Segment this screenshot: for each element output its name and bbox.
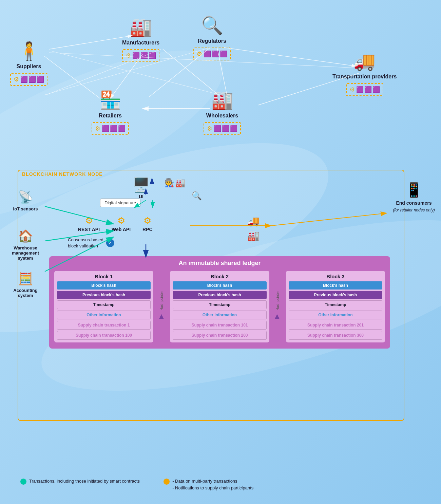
transportation-icon: 🚚 [353, 51, 376, 72]
gear-icon: ⚙ [14, 76, 19, 83]
truck-icon-inner: 🚚 [248, 216, 260, 227]
hash-pointer-1: Hash pointer ◄ [153, 271, 170, 321]
gear-icon6: ⚙ [207, 125, 212, 132]
warehouse-icon-inner: 🏭 [248, 230, 260, 241]
blockchain-section-title: BLOCKCHAIN NETWORK NODE [22, 171, 103, 177]
phone-icon: 📱 [405, 182, 423, 198]
block-1-tx1: Supply chain transaction 1 [57, 321, 151, 330]
rpc-label: RPC [142, 227, 153, 232]
manufacturers-node-box: ⚙ 🟪 🟪 🟪 [122, 49, 159, 62]
manufacturers-icon: 🏭 [130, 17, 152, 38]
block-1-other: Other information [57, 311, 151, 319]
end-consumer-label: End consumers [396, 200, 432, 206]
people-row: 🧑‍🏭 🏭 [165, 178, 186, 188]
ui-section: 🖥️ UI [132, 176, 150, 199]
regulators-label: Regulators [198, 38, 226, 44]
web-api-label: Web API [112, 227, 131, 232]
suppliers-node-box: ⚙ 🟪 🟪 🟪 [10, 73, 47, 86]
block-3-timestamp: Timestamp [289, 300, 382, 309]
web-api: ⚙ Web API [112, 216, 131, 232]
suppliers-label: Suppliers [17, 63, 41, 70]
block-1: Block 1 Block's hash Previous block's ha… [54, 271, 153, 342]
ledger-title: An immutable shared ledger [54, 260, 385, 267]
block-1-hash: Block's hash [57, 281, 151, 290]
block-2-other: Other information [173, 311, 266, 319]
consensus-text: Consensus-basedblock validation [68, 237, 103, 249]
iot-label: IoT sensors [13, 206, 38, 211]
block-3-tx1: Supply chain transaction 201 [289, 321, 382, 330]
ledger-section: An immutable shared ledger Block 1 Block… [49, 256, 390, 349]
rpc-icon: ⚙ [143, 216, 151, 226]
block-3-other: Other information [289, 311, 382, 319]
rpc-api: ⚙ RPC [142, 216, 153, 232]
end-consumer: 📱 End consumers (for retailer nodes only… [392, 182, 436, 212]
digital-signature-box: Digital signature [100, 199, 140, 207]
actor-regulators: 🔍 Regulators ⚙ 🟪 🟪 🟪 [193, 15, 231, 60]
hash-pointer-2-label: Hash pointer [276, 291, 280, 311]
accounting-input: 🧮 Accounting system [7, 272, 44, 298]
block-2-hash: Block's hash [173, 281, 266, 290]
block-2-prev-hash: Previous block's hash [173, 291, 266, 299]
accounting-icon: 🧮 [18, 272, 33, 286]
cube-group: 🟪 🟪 🟪 [20, 76, 44, 83]
legend-item-teal: Transactions, including those initiated … [20, 478, 140, 485]
end-consumer-sublabel: (for retailer nodes only) [393, 208, 435, 212]
digital-signature-label: Digital signature [104, 200, 136, 205]
legend-text-teal: Transactions, including those initiated … [29, 478, 140, 485]
warehouse-icon: 🏠 [18, 229, 33, 243]
regulators-icon: 🔍 [201, 15, 223, 36]
block-3-hash: Block's hash [289, 281, 382, 290]
block-2: Block 2 Block's hash Previous block's ha… [170, 271, 269, 342]
retailers-node-box: ⚙ 🟪 🟪 🟪 [92, 122, 129, 135]
retailers-label: Retailers [99, 113, 122, 119]
check-icon: ✓ [106, 239, 114, 247]
iot-input: 📡 IoT sensors [7, 190, 44, 211]
gear-icon4: ⚙ [349, 86, 355, 93]
main-container: 🧍 Suppliers ⚙ 🟪 🟪 🟪 🏭 Manufacturers ⚙ 🟪 … [0, 0, 441, 504]
block-3-prev-hash: Previous block's hash [289, 291, 382, 299]
top-section: 🧍 Suppliers ⚙ 🟪 🟪 🟪 🏭 Manufacturers ⚙ 🟪 … [0, 7, 441, 170]
gear-icon5: ⚙ [95, 125, 100, 132]
actor-suppliers: 🧍 Suppliers ⚙ 🟪 🟪 🟪 [10, 41, 47, 86]
hash-pointer-2: Hash pointer ◄ [269, 271, 286, 321]
web-api-icon: ⚙ [117, 216, 125, 226]
wholesalers-node-box: ⚙ 🟪 🟪 🟪 [204, 122, 241, 135]
legend-section: Transactions, including those initiated … [20, 478, 253, 491]
wholesalers-label: Wholesalers [206, 113, 238, 119]
transportation-node-box: ⚙ 🟪 🟪 🟪 [346, 83, 383, 96]
hash-pointer-1-label: Hash pointer [160, 291, 164, 311]
transportation-label: Transportation providers [332, 74, 397, 80]
block-2-tx1: Supply chain transaction 101 [173, 321, 266, 330]
wholesalers-icon: 🏭 [211, 90, 233, 111]
legend-dot-orange [164, 479, 170, 485]
suppliers-icon: 🧍 [18, 41, 40, 61]
warehouse-label: Warehouse management system [7, 245, 44, 261]
person-icon-2: 🏭 [175, 178, 186, 188]
actor-manufacturers: 🏭 Manufacturers ⚙ 🟪 🟪 🟪 [122, 17, 159, 62]
monitor-icon: 🖥️ [132, 176, 150, 193]
block-3-title: Block 3 [289, 274, 382, 279]
api-row: ⚙ REST API ⚙ Web API ⚙ RPC [78, 216, 153, 232]
rest-api: ⚙ REST API [78, 216, 100, 232]
block-1-timestamp: Timestamp [57, 300, 151, 309]
rest-api-label: REST API [78, 227, 100, 232]
block-2-timestamp: Timestamp [173, 300, 266, 309]
consensus-row: Consensus-basedblock validation ✓ [68, 237, 114, 249]
block-3: Block 3 Block's hash Previous block's ha… [286, 271, 385, 342]
block-1-prev-hash: Previous block's hash [57, 291, 151, 299]
block-1-tx2: Supply chain transaction 100 [57, 331, 151, 340]
magnifier-icon: 🔍 [192, 191, 202, 201]
block-1-title: Block 1 [57, 274, 151, 279]
iot-icon: 📡 [18, 190, 33, 204]
warehouse-input: 🏠 Warehouse management system [7, 229, 44, 261]
regulators-node-box: ⚙ 🟪 🟪 🟪 [193, 48, 231, 60]
actor-wholesalers: 🏭 Wholesalers ⚙ 🟪 🟪 🟪 [204, 90, 241, 135]
block-2-tx2: Supply chain transaction 200 [173, 331, 266, 340]
legend-item-orange: - Data on multi-party transactions- Noti… [164, 478, 253, 491]
hash-pointer-1-arrow: ◄ [157, 313, 167, 321]
gear-icon2: ⚙ [126, 52, 131, 59]
manufacturers-label: Manufacturers [122, 40, 159, 46]
legend-dot-teal [20, 479, 26, 485]
gear-icon3: ⚙ [197, 50, 202, 58]
actor-retailers: 🏪 Retailers ⚙ 🟪 🟪 🟪 [92, 90, 129, 135]
